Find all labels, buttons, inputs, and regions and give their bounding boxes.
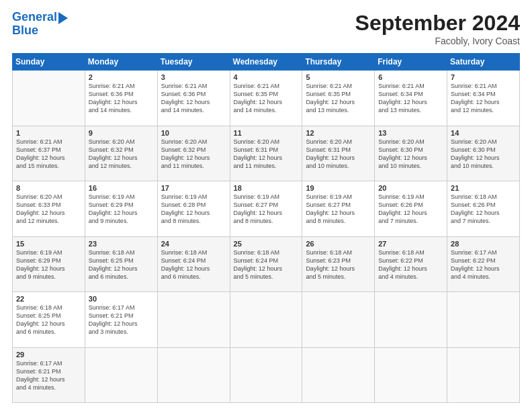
day-info: Sunrise: 6:17 AMSunset: 6:21 PMDaylight:… xyxy=(16,359,81,392)
day-info: Sunrise: 6:18 AMSunset: 6:24 PMDaylight:… xyxy=(161,248,226,281)
column-header-saturday: Saturday xyxy=(447,54,520,71)
day-info: Sunrise: 6:20 AMSunset: 6:30 PMDaylight:… xyxy=(378,138,443,171)
calendar-cell: 18Sunrise: 6:19 AMSunset: 6:27 PMDayligh… xyxy=(230,181,302,237)
column-header-tuesday: Tuesday xyxy=(157,54,230,71)
day-info: Sunrise: 6:21 AMSunset: 6:35 PMDaylight:… xyxy=(306,82,371,115)
day-number: 8 xyxy=(16,184,81,192)
day-info: Sunrise: 6:21 AMSunset: 6:35 PMDaylight:… xyxy=(234,82,299,115)
column-header-sunday: Sunday xyxy=(13,54,85,71)
month-title: September 2024 xyxy=(355,11,520,36)
day-number: 30 xyxy=(89,295,154,303)
calendar-cell: 11Sunrise: 6:20 AMSunset: 6:31 PMDayligh… xyxy=(230,126,302,181)
day-number: 1 xyxy=(16,129,81,137)
day-info: Sunrise: 6:18 AMSunset: 6:23 PMDaylight:… xyxy=(306,248,371,281)
day-number: 17 xyxy=(161,184,226,192)
calendar-cell: 6Sunrise: 6:21 AMSunset: 6:34 PMDaylight… xyxy=(375,71,447,126)
day-number: 29 xyxy=(16,351,81,359)
day-info: Sunrise: 6:20 AMSunset: 6:32 PMDaylight:… xyxy=(161,138,226,171)
calendar-cell: 1Sunrise: 6:21 AMSunset: 6:37 PMDaylight… xyxy=(13,126,85,181)
day-number: 19 xyxy=(306,184,371,192)
day-number: 15 xyxy=(16,240,81,248)
day-number: 2 xyxy=(89,73,154,81)
calendar-cell: 23Sunrise: 6:18 AMSunset: 6:25 PMDayligh… xyxy=(85,236,157,292)
column-header-friday: Friday xyxy=(375,54,447,71)
column-header-thursday: Thursday xyxy=(302,54,375,71)
calendar-cell: 4Sunrise: 6:21 AMSunset: 6:35 PMDaylight… xyxy=(230,71,302,126)
column-header-monday: Monday xyxy=(85,54,157,71)
calendar-cell: 12Sunrise: 6:20 AMSunset: 6:31 PMDayligh… xyxy=(302,126,375,181)
calendar-cell xyxy=(230,347,302,403)
calendar-cell: 25Sunrise: 6:18 AMSunset: 6:24 PMDayligh… xyxy=(230,236,302,292)
calendar-cell: 21Sunrise: 6:18 AMSunset: 6:26 PMDayligh… xyxy=(447,181,520,237)
day-info: Sunrise: 6:21 AMSunset: 6:36 PMDaylight:… xyxy=(161,82,226,115)
logo-arrow-icon xyxy=(58,12,68,24)
calendar-header-row: SundayMondayTuesdayWednesdayThursdayFrid… xyxy=(13,54,520,71)
calendar-cell xyxy=(302,292,375,348)
calendar-week-row: 1Sunrise: 6:21 AMSunset: 6:37 PMDaylight… xyxy=(13,126,520,181)
day-number: 9 xyxy=(89,129,154,137)
logo-text-blue: Blue xyxy=(12,24,38,38)
location: Facobly, Ivory Coast xyxy=(355,36,520,46)
day-info: Sunrise: 6:21 AMSunset: 6:34 PMDaylight:… xyxy=(451,82,516,115)
logo: General Blue xyxy=(12,11,68,38)
day-info: Sunrise: 6:17 AMSunset: 6:22 PMDaylight:… xyxy=(451,248,516,281)
calendar-cell: 28Sunrise: 6:17 AMSunset: 6:22 PMDayligh… xyxy=(447,236,520,292)
calendar-cell: 10Sunrise: 6:20 AMSunset: 6:32 PMDayligh… xyxy=(157,126,230,181)
day-info: Sunrise: 6:19 AMSunset: 6:27 PMDaylight:… xyxy=(234,193,299,226)
day-number: 22 xyxy=(16,295,81,303)
calendar-cell xyxy=(375,347,447,403)
calendar-cell: 17Sunrise: 6:19 AMSunset: 6:28 PMDayligh… xyxy=(157,181,230,237)
day-number: 6 xyxy=(378,73,443,81)
day-info: Sunrise: 6:18 AMSunset: 6:25 PMDaylight:… xyxy=(16,304,81,336)
column-header-wednesday: Wednesday xyxy=(230,54,302,71)
calendar-cell: 5Sunrise: 6:21 AMSunset: 6:35 PMDaylight… xyxy=(302,71,375,126)
day-info: Sunrise: 6:19 AMSunset: 6:27 PMDaylight:… xyxy=(306,193,371,226)
calendar-cell: 14Sunrise: 6:20 AMSunset: 6:30 PMDayligh… xyxy=(447,126,520,181)
calendar-cell: 16Sunrise: 6:19 AMSunset: 6:29 PMDayligh… xyxy=(85,181,157,237)
calendar-week-row: 2Sunrise: 6:21 AMSunset: 6:36 PMDaylight… xyxy=(13,71,520,126)
day-number: 12 xyxy=(306,129,371,137)
day-info: Sunrise: 6:18 AMSunset: 6:24 PMDaylight:… xyxy=(234,248,299,281)
calendar-cell: 2Sunrise: 6:21 AMSunset: 6:36 PMDaylight… xyxy=(85,71,157,126)
day-number: 7 xyxy=(451,73,516,81)
calendar-table: SundayMondayTuesdayWednesdayThursdayFrid… xyxy=(12,53,520,403)
calendar-cell: 8Sunrise: 6:20 AMSunset: 6:33 PMDaylight… xyxy=(13,181,85,237)
calendar-week-row: 22Sunrise: 6:18 AMSunset: 6:25 PMDayligh… xyxy=(13,292,520,348)
day-info: Sunrise: 6:18 AMSunset: 6:25 PMDaylight:… xyxy=(89,248,154,281)
calendar-cell: 15Sunrise: 6:19 AMSunset: 6:29 PMDayligh… xyxy=(13,236,85,292)
calendar-cell: 22Sunrise: 6:18 AMSunset: 6:25 PMDayligh… xyxy=(13,292,85,348)
calendar-cell: 13Sunrise: 6:20 AMSunset: 6:30 PMDayligh… xyxy=(375,126,447,181)
day-info: Sunrise: 6:20 AMSunset: 6:32 PMDaylight:… xyxy=(89,138,154,171)
calendar-cell: 24Sunrise: 6:18 AMSunset: 6:24 PMDayligh… xyxy=(157,236,230,292)
calendar-cell xyxy=(157,347,230,403)
day-info: Sunrise: 6:20 AMSunset: 6:31 PMDaylight:… xyxy=(306,138,371,171)
calendar-cell xyxy=(157,292,230,348)
day-number: 20 xyxy=(378,184,443,192)
calendar-week-row: 8Sunrise: 6:20 AMSunset: 6:33 PMDaylight… xyxy=(13,181,520,237)
calendar-cell xyxy=(375,292,447,348)
day-number: 4 xyxy=(234,73,299,81)
day-info: Sunrise: 6:18 AMSunset: 6:22 PMDaylight:… xyxy=(378,248,443,281)
calendar-body: 2Sunrise: 6:21 AMSunset: 6:36 PMDaylight… xyxy=(13,71,520,403)
day-info: Sunrise: 6:21 AMSunset: 6:37 PMDaylight:… xyxy=(16,138,81,171)
day-info: Sunrise: 6:20 AMSunset: 6:31 PMDaylight:… xyxy=(234,138,299,171)
day-number: 23 xyxy=(89,240,154,248)
day-number: 3 xyxy=(161,73,226,81)
calendar-cell xyxy=(447,292,520,348)
day-number: 14 xyxy=(451,129,516,137)
calendar-cell: 9Sunrise: 6:20 AMSunset: 6:32 PMDaylight… xyxy=(85,126,157,181)
day-info: Sunrise: 6:19 AMSunset: 6:28 PMDaylight:… xyxy=(161,193,226,226)
calendar-cell: 26Sunrise: 6:18 AMSunset: 6:23 PMDayligh… xyxy=(302,236,375,292)
calendar-cell: 27Sunrise: 6:18 AMSunset: 6:22 PMDayligh… xyxy=(375,236,447,292)
day-info: Sunrise: 6:20 AMSunset: 6:30 PMDaylight:… xyxy=(451,138,516,171)
day-number: 5 xyxy=(306,73,371,81)
day-info: Sunrise: 6:21 AMSunset: 6:36 PMDaylight:… xyxy=(89,82,154,115)
day-number: 21 xyxy=(451,184,516,192)
day-number: 18 xyxy=(234,184,299,192)
day-number: 16 xyxy=(89,184,154,192)
day-info: Sunrise: 6:21 AMSunset: 6:34 PMDaylight:… xyxy=(378,82,443,115)
calendar-week-row: 29Sunrise: 6:17 AMSunset: 6:21 PMDayligh… xyxy=(13,347,520,403)
calendar-cell: 3Sunrise: 6:21 AMSunset: 6:36 PMDaylight… xyxy=(157,71,230,126)
title-block: September 2024 Facobly, Ivory Coast xyxy=(355,11,520,46)
calendar-cell: 7Sunrise: 6:21 AMSunset: 6:34 PMDaylight… xyxy=(447,71,520,126)
